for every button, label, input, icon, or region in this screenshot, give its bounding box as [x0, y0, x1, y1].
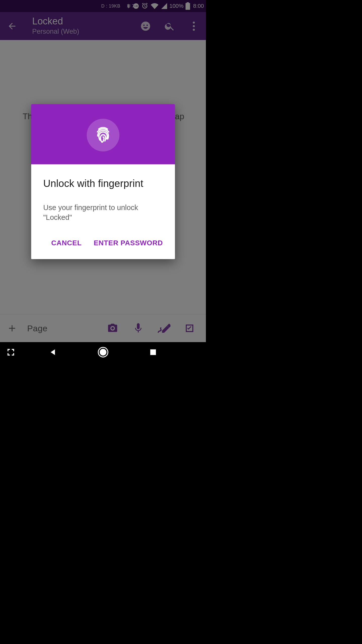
nav-recents-button[interactable]: [128, 348, 178, 356]
nav-recents-icon: [149, 348, 157, 356]
dialog-header: [31, 104, 175, 164]
nav-home-icon: [97, 346, 109, 358]
fullscreen-icon: [7, 348, 15, 356]
nav-back-button[interactable]: [28, 347, 78, 357]
svg-point-6: [100, 349, 106, 356]
nav-back-icon: [49, 347, 57, 357]
fingerprint-dialog: Unlock with fingerprint Use your fingerp…: [31, 104, 175, 259]
screen: D : 19KB U 7K 100% 8:00 Locked Personal …: [0, 0, 206, 362]
dialog-body: Unlock with fingerprint Use your fingerp…: [31, 164, 175, 227]
nav-fullscreen-button[interactable]: [0, 348, 28, 356]
nav-home-button[interactable]: [78, 346, 128, 358]
cancel-button[interactable]: CANCEL: [51, 237, 82, 249]
fingerprint-icon: [95, 126, 111, 144]
dialog-actions: CANCEL ENTER PASSWORD: [31, 227, 175, 259]
enter-password-button[interactable]: ENTER PASSWORD: [94, 237, 163, 249]
fingerprint-icon-bg: [87, 119, 119, 151]
dialog-title: Unlock with fingerprint: [43, 178, 163, 189]
svg-rect-7: [150, 349, 156, 355]
dialog-message: Use your fingerprint to unlock "Locked": [43, 203, 163, 222]
navigation-bar: [0, 342, 206, 362]
